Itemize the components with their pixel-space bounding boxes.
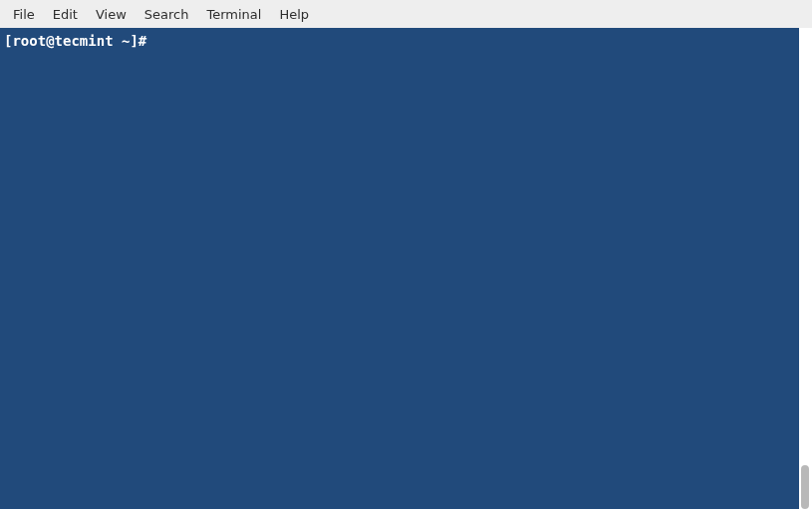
menu-search[interactable]: Search	[135, 3, 198, 26]
scrollbar[interactable]	[799, 28, 812, 509]
terminal-prompt: [root@tecmint ~]#	[4, 33, 146, 49]
menu-view[interactable]: View	[87, 3, 135, 26]
terminal-container: [root@tecmint ~]#	[0, 28, 812, 509]
menu-help[interactable]: Help	[270, 3, 318, 26]
scrollbar-thumb[interactable]	[801, 465, 809, 509]
menu-edit[interactable]: Edit	[44, 3, 87, 26]
terminal-body[interactable]: [root@tecmint ~]#	[0, 28, 799, 509]
menubar: File Edit View Search Terminal Help	[0, 0, 812, 28]
terminal-cursor	[148, 34, 156, 49]
menu-file[interactable]: File	[4, 3, 44, 26]
menu-terminal[interactable]: Terminal	[197, 3, 270, 26]
